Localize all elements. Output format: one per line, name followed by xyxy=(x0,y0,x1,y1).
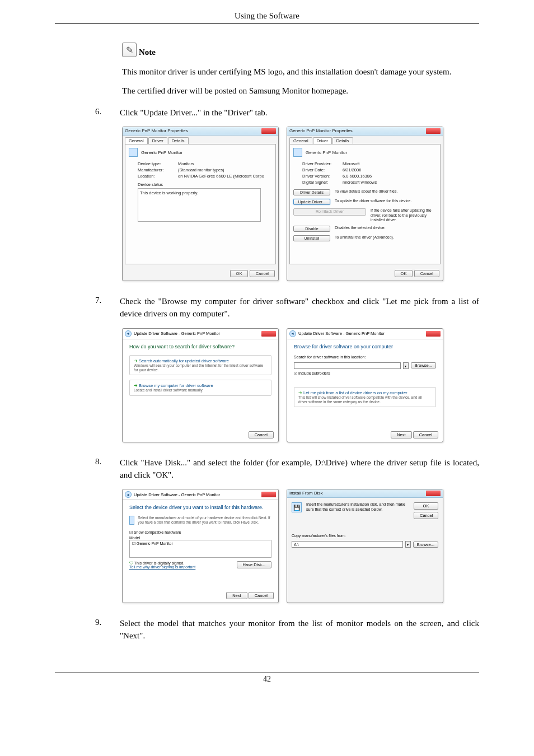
cancel-button[interactable]: Cancel xyxy=(414,512,438,519)
wizard-heading: Select the device driver you want to ins… xyxy=(129,505,271,510)
path-input[interactable]: A:\ xyxy=(292,541,403,548)
props-driver-dialog: Generic PnP Monitor Properties General D… xyxy=(287,127,443,281)
note-block: ✎ Note This monitor driver is under cert… xyxy=(122,43,479,97)
driver-details-button[interactable]: Driver Details xyxy=(293,189,330,195)
step6-text: Click "Update Driver..." in the "Driver"… xyxy=(120,107,479,119)
devtype-k: Device type: xyxy=(138,161,175,166)
ok-button[interactable]: OK xyxy=(414,502,438,510)
opt-search-auto[interactable]: Search automatically for updated driver … xyxy=(129,355,271,376)
tab-general[interactable]: General xyxy=(125,137,148,144)
disk-title: Install From Disk xyxy=(289,491,323,496)
props-general-dialog: Generic PnP Monitor Properties General D… xyxy=(122,127,279,281)
disable-button[interactable]: Disable xyxy=(293,226,330,232)
dropdown-icon[interactable]: ▾ xyxy=(403,362,409,369)
update-driver-button[interactable]: Update Driver... xyxy=(293,199,330,205)
tab-details[interactable]: Details xyxy=(332,137,353,144)
signer-k: Digital Signer: xyxy=(302,180,339,185)
cancel-button[interactable]: Cancel xyxy=(249,592,274,599)
cancel-button[interactable]: Cancel xyxy=(414,270,439,277)
note-p1: This monitor driver is under certifying … xyxy=(122,66,479,77)
cancel-button[interactable]: Cancel xyxy=(250,270,275,277)
close-icon[interactable] xyxy=(261,492,276,497)
opt-browse-computer[interactable]: Browse my computer for driver software L… xyxy=(129,380,271,396)
monitor-icon xyxy=(129,516,134,525)
driver-details-desc: To view details about the driver files. xyxy=(335,189,437,194)
date-v: 6/21/2006 xyxy=(343,167,361,172)
opt-sub: Locate and install driver software manua… xyxy=(134,388,267,393)
date-k: Driver Date: xyxy=(302,167,339,172)
note-icon: ✎ xyxy=(122,43,137,57)
status-box: This device is working properly. xyxy=(138,188,261,222)
step8-text: Click "Have Disk..." and select the fold… xyxy=(120,457,479,482)
dropdown-icon[interactable]: ▾ xyxy=(405,541,411,548)
ok-button[interactable]: OK xyxy=(395,270,413,277)
next-button[interactable]: Next xyxy=(226,592,247,599)
ver-k: Driver Version: xyxy=(302,174,339,179)
step7-num: 7. xyxy=(95,296,110,320)
include-subfolders-label: Include subfolders xyxy=(298,371,330,375)
wizard-heading: Browse for driver software on your compu… xyxy=(294,344,436,349)
tab-details[interactable]: Details xyxy=(168,137,189,144)
next-button[interactable]: Next xyxy=(391,431,411,438)
step8-num: 8. xyxy=(95,457,110,482)
tab-general[interactable]: General xyxy=(289,137,312,144)
close-icon[interactable] xyxy=(426,128,441,134)
device-name: Generic PnP Monitor xyxy=(141,150,182,155)
manu-v: (Standard monitor types) xyxy=(178,167,224,172)
back-icon[interactable]: ◄ xyxy=(125,491,132,498)
uninstall-button[interactable]: Uninstall xyxy=(293,235,330,241)
status-label: Device status xyxy=(138,182,272,187)
rollback-desc: If the device fails after updating the d… xyxy=(371,208,437,222)
tab-driver[interactable]: Driver xyxy=(313,137,332,144)
devtype-v: Monitors xyxy=(178,161,194,166)
rollback-button: Roll Back Driver xyxy=(293,208,366,215)
opt-title: Let me pick from a list of device driver… xyxy=(298,390,432,395)
tab-driver[interactable]: Driver xyxy=(148,137,167,144)
provider-v: Microsoft xyxy=(343,161,359,166)
close-icon[interactable] xyxy=(261,331,276,337)
uninstall-desc: To uninstall the driver (Advanced). xyxy=(335,235,437,240)
back-icon[interactable]: ◄ xyxy=(289,330,296,337)
close-icon[interactable] xyxy=(426,491,441,496)
ok-button[interactable]: OK xyxy=(230,270,249,277)
opt-let-me-pick[interactable]: Let me pick from a list of device driver… xyxy=(294,387,436,408)
show-compatible-checkbox[interactable]: ☑ xyxy=(129,530,134,534)
wizard-crumb: Update Driver Software - Generic PnP Mon… xyxy=(134,492,220,497)
wizard-select-driver: ◄ Update Driver Software - Generic PnP M… xyxy=(122,489,279,603)
model-label: Model xyxy=(129,536,271,540)
include-subfolders-checkbox[interactable]: ☑ xyxy=(294,371,298,375)
have-disk-button[interactable]: Have Disk... xyxy=(237,561,271,568)
loc-v: on NVIDIA GeForce 6600 LE (Microsoft Cor… xyxy=(178,174,264,179)
select-sub: Select the manufacturer and model of you… xyxy=(138,516,271,525)
page-number: 42 xyxy=(0,673,534,693)
wizard-search: ◄ Update Driver Software - Generic PnP M… xyxy=(122,328,279,442)
monitor-icon xyxy=(129,148,138,157)
location-input[interactable] xyxy=(294,362,401,369)
install-from-disk-dialog: Install From Disk 💾 Insert the manufactu… xyxy=(287,489,443,603)
close-icon[interactable] xyxy=(261,128,276,134)
props-driver-title: Generic PnP Monitor Properties xyxy=(289,128,353,134)
show-compatible-label: Show compatible hardware xyxy=(134,530,181,534)
cancel-button[interactable]: Cancel xyxy=(413,431,438,438)
opt-title: Browse my computer for driver software xyxy=(134,383,267,388)
model-list[interactable]: ☑ Generic PnP Monitor xyxy=(129,540,271,558)
browse-button[interactable]: Browse... xyxy=(413,542,438,548)
wizard-browse: ◄ Update Driver Software - Generic PnP M… xyxy=(287,328,443,442)
step6-num: 6. xyxy=(95,107,110,119)
monitor-icon xyxy=(293,148,302,157)
cancel-button[interactable]: Cancel xyxy=(249,431,274,438)
provider-k: Driver Provider: xyxy=(302,161,339,166)
device-name: Generic PnP Monitor xyxy=(306,150,347,155)
tell-me-link[interactable]: Tell me why driver signing is important xyxy=(129,565,195,569)
wizard-crumb: Update Driver Software - Generic PnP Mon… xyxy=(134,331,220,336)
close-icon[interactable] xyxy=(426,331,441,337)
opt-title: Search automatically for updated driver … xyxy=(134,358,267,363)
location-label: Search for driver software in this locat… xyxy=(294,355,436,359)
step9-num: 9. xyxy=(95,618,110,642)
disable-desc: Disables the selected device. xyxy=(335,226,437,230)
wizard-crumb: Update Driver Software - Generic PnP Mon… xyxy=(298,331,385,336)
model-item[interactable]: ☑ Generic PnP Monitor xyxy=(132,542,173,545)
back-icon[interactable]: ◄ xyxy=(125,330,132,337)
update-driver-desc: To update the driver software for this d… xyxy=(335,199,437,203)
browse-button[interactable]: Browse... xyxy=(411,362,436,368)
